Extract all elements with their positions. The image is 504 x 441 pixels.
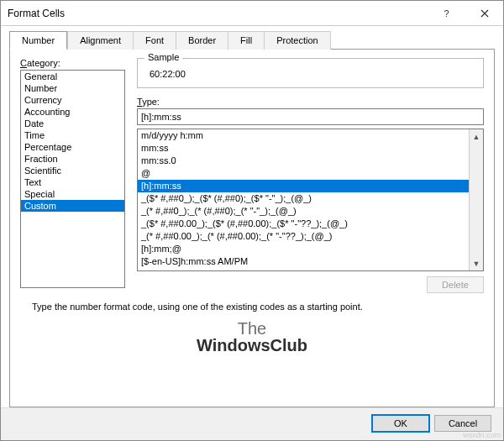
category-item[interactable]: Time: [21, 129, 124, 141]
type-item[interactable]: mm:ss: [138, 142, 469, 155]
tab-font[interactable]: Font: [133, 31, 176, 50]
dialog-footer: OK Cancel: [1, 407, 503, 440]
type-label: Type:: [137, 97, 484, 107]
watermark-line2: WindowsClub: [197, 336, 307, 354]
cancel-button[interactable]: Cancel: [434, 415, 491, 432]
category-item[interactable]: Date: [21, 118, 124, 129]
tab-number[interactable]: Number: [9, 31, 67, 50]
tab-border[interactable]: Border: [176, 31, 228, 50]
type-item[interactable]: _(* #,##0_);_(* (#,##0);_(* "-"_);_(@_): [138, 205, 469, 218]
category-item[interactable]: Number: [21, 82, 124, 94]
sample-value: 60:22:00: [146, 67, 475, 81]
category-listbox[interactable]: General Number Currency Accounting Date …: [20, 70, 125, 288]
type-input[interactable]: [137, 108, 484, 125]
titlebar: Format Cells ?: [1, 1, 503, 26]
category-item[interactable]: Custom: [21, 200, 124, 212]
type-item[interactable]: _($* #,##0.00_);_($* (#,##0.00);_($* "-"…: [138, 218, 469, 230]
delete-button: Delete: [427, 276, 484, 293]
category-item[interactable]: General: [21, 71, 124, 82]
scroll-down-icon[interactable]: ▼: [470, 256, 483, 270]
category-item[interactable]: Scientific: [21, 165, 124, 176]
watermark: The WindowsClub: [20, 317, 484, 359]
category-item[interactable]: Currency: [21, 94, 124, 106]
close-button[interactable]: [465, 1, 503, 26]
category-item[interactable]: Special: [21, 188, 124, 200]
help-button[interactable]: ?: [428, 1, 465, 26]
source-attribution: wsxdn.com: [463, 431, 501, 439]
type-scrollbar[interactable]: ▲ ▼: [469, 129, 483, 270]
category-label: Category:: [20, 58, 125, 68]
type-item[interactable]: m/d/yyyy h:mm: [138, 129, 469, 142]
type-item[interactable]: [h]:mm:ss: [138, 180, 469, 192]
category-item[interactable]: Percentage: [21, 141, 124, 153]
category-item[interactable]: Fraction: [21, 153, 124, 165]
tabstrip: Number Alignment Font Border Fill Protec…: [9, 31, 495, 50]
category-item[interactable]: Text: [21, 176, 124, 188]
type-listbox[interactable]: m/d/yyyy h:mm mm:ss mm:ss.0 @ [h]:mm:ss …: [137, 129, 484, 271]
type-item[interactable]: _(* #,##0.00_);_(* (#,##0.00);_(* "-"??_…: [138, 230, 469, 243]
type-item[interactable]: _($* #,##0_);_($* (#,##0);_($* "-"_);_(@…: [138, 192, 469, 205]
close-icon: [480, 9, 489, 18]
sample-group: Sample 60:22:00: [137, 58, 484, 88]
tab-fill[interactable]: Fill: [228, 31, 264, 50]
type-item[interactable]: @: [138, 167, 469, 180]
type-item[interactable]: [h]:mm;@: [138, 243, 469, 255]
type-item[interactable]: [$-en-US]h:mm:ss AM/PM: [138, 255, 469, 268]
tab-protection[interactable]: Protection: [264, 31, 331, 50]
watermark-line1: The: [238, 319, 266, 338]
format-cells-dialog: Format Cells ? Number Alignment Font Bor…: [0, 0, 504, 441]
ok-button[interactable]: OK: [372, 415, 429, 432]
window-title: Format Cells: [1, 8, 428, 19]
sample-label: Sample: [144, 52, 182, 62]
category-item[interactable]: Accounting: [21, 106, 124, 118]
tab-alignment[interactable]: Alignment: [67, 31, 133, 50]
scroll-up-icon[interactable]: ▲: [470, 129, 483, 144]
hint-text: Type the number format code, using one o…: [20, 293, 484, 317]
number-tab-panel: Category: General Number Currency Accoun…: [9, 50, 495, 407]
type-item[interactable]: mm:ss.0: [138, 155, 469, 167]
